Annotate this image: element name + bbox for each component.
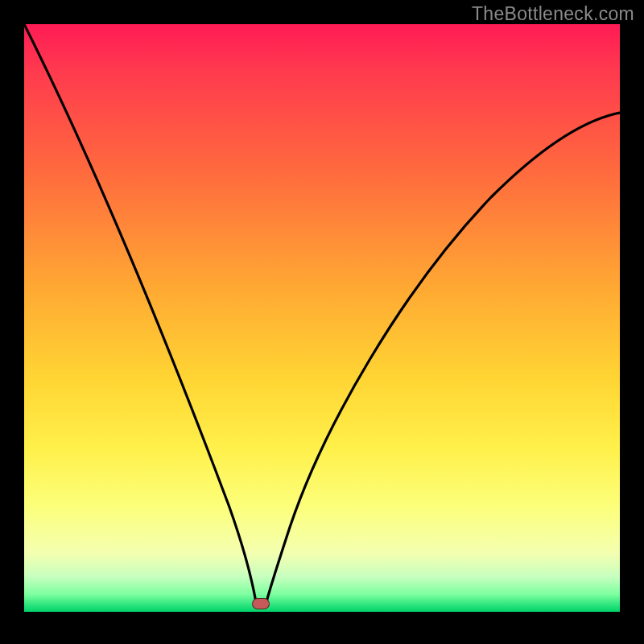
optimum-marker: [252, 598, 270, 609]
watermark-text: TheBottleneck.com: [472, 3, 634, 25]
plot-area: [24, 24, 620, 612]
bottleneck-curve: [24, 24, 620, 612]
chart-frame: TheBottleneck.com: [0, 0, 644, 644]
